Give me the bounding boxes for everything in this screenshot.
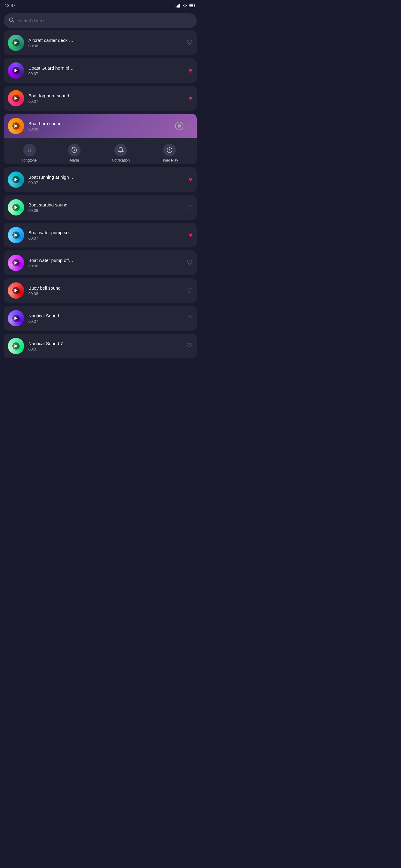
sound-info: Nautical Sound00:07 (28, 313, 182, 324)
sound-info: Buoy bell sound00:08 (28, 285, 182, 296)
play-button[interactable] (12, 287, 20, 294)
search-bar[interactable] (4, 13, 197, 28)
album-art (8, 62, 24, 79)
album-art (8, 310, 24, 327)
album-art (8, 338, 24, 354)
favorite-button[interactable]: ♥ (189, 231, 193, 239)
control-alarm[interactable]: Alarm (68, 144, 81, 162)
sound-item[interactable]: Nautical Sound00:07♡ (4, 306, 197, 331)
svg-rect-1 (177, 5, 178, 7)
favorite-button[interactable]: ♡ (187, 342, 193, 350)
sound-item[interactable]: Buoy bell sound00:08♡ (4, 278, 197, 303)
search-icon (8, 17, 15, 24)
svg-rect-5 (195, 5, 196, 6)
favorite-button[interactable]: ♡ (187, 287, 193, 294)
sound-name: Nautical Sound 7 (28, 341, 182, 346)
album-art (8, 255, 24, 271)
svg-marker-10 (15, 69, 18, 72)
sound-name: Nautical Sound (28, 313, 182, 318)
sound-duration: 00:09 (28, 127, 171, 131)
play-button[interactable] (12, 204, 20, 211)
battery-icon (189, 3, 196, 7)
sound-duration: 00:07 (28, 71, 184, 76)
sound-item[interactable]: Aircraft carrier deck …00:08♡ (4, 30, 197, 55)
status-icons (176, 3, 196, 7)
play-button[interactable] (12, 176, 20, 183)
wifi-icon (182, 3, 188, 7)
svg-marker-20 (15, 316, 18, 320)
status-time: 12:47 (5, 3, 16, 8)
svg-marker-17 (15, 233, 18, 237)
sound-name: Buoy bell sound (28, 285, 182, 290)
album-art (8, 172, 24, 188)
sound-name: Aircraft carrier deck … (28, 38, 182, 43)
sound-info: Boat water pump so…00:07 (28, 230, 184, 241)
playing-card: Boat horn sound00:09♡RingtoneAlarmNotifi… (4, 114, 197, 164)
sound-item[interactable]: Boat water pump so…00:07♥ (4, 223, 197, 247)
svg-marker-21 (15, 344, 18, 348)
sound-duration: 00:0… (28, 347, 182, 351)
favorite-button[interactable]: ♡ (187, 39, 193, 47)
sound-name: Boat water pump off… (28, 258, 182, 263)
play-button[interactable] (12, 39, 20, 46)
svg-rect-3 (179, 4, 180, 7)
ringtone-icon (23, 144, 36, 156)
sound-item[interactable]: Boat running at high …00:07♥ (4, 167, 197, 192)
favorite-button[interactable]: ♡ (187, 314, 193, 322)
favorite-button[interactable]: ♡ (187, 204, 193, 211)
control-timer-play[interactable]: Timer Play (161, 144, 178, 162)
sound-info: Boat running at high …00:07 (28, 175, 184, 185)
sound-info: Boat starting sound00:06 (28, 202, 182, 213)
control-notification[interactable]: Notification (112, 144, 130, 162)
alarm-icon (68, 144, 81, 156)
svg-rect-0 (176, 6, 176, 7)
control-ringtone[interactable]: Ringtone (22, 144, 37, 162)
sound-name: Boat water pump so… (28, 230, 184, 235)
svg-rect-6 (190, 4, 193, 7)
play-button[interactable] (12, 342, 20, 350)
sound-info: Coast Guard horn bl…00:07 (28, 65, 184, 76)
album-art (8, 227, 24, 243)
sound-item[interactable]: Nautical Sound 700:0…♡ (4, 334, 197, 358)
favorite-button[interactable]: ♡ (187, 259, 193, 267)
svg-marker-16 (15, 206, 18, 209)
sound-name: Boat horn sound (28, 121, 171, 126)
play-button[interactable] (12, 231, 20, 239)
favorite-button[interactable]: ♥ (189, 94, 193, 102)
album-art (8, 118, 24, 134)
play-button[interactable] (12, 67, 20, 74)
svg-rect-2 (178, 4, 179, 7)
play-button[interactable] (12, 95, 20, 102)
sound-duration: 00:07 (28, 236, 184, 241)
sound-name: Coast Guard horn bl… (28, 65, 184, 70)
action-icons: ♡ (175, 122, 193, 130)
sound-item[interactable]: Boat water pump off…00:06♡ (4, 250, 197, 275)
timer-play-label: Timer Play (161, 158, 178, 162)
svg-marker-9 (15, 41, 18, 44)
play-button[interactable] (12, 315, 20, 322)
search-input[interactable] (18, 18, 192, 24)
sound-duration: 00:08 (28, 291, 182, 296)
sound-item[interactable]: Boat starting sound00:06♡ (4, 195, 197, 220)
player-controls: RingtoneAlarmNotificationTimer Play (4, 138, 197, 164)
favorite-button[interactable]: ♥ (189, 176, 193, 184)
play-button[interactable] (12, 122, 20, 130)
sound-name: Boat starting sound (28, 202, 182, 207)
play-button[interactable] (12, 259, 20, 267)
status-bar: 12:47 (0, 0, 200, 11)
timer-play-icon (163, 144, 176, 156)
sound-duration: 00:06 (28, 208, 182, 213)
sound-item[interactable]: Boat fog horn sound00:07♥ (4, 86, 197, 111)
sound-duration: 00:06 (28, 264, 182, 268)
sound-duration: 00:07 (28, 99, 184, 104)
stop-button[interactable] (175, 122, 183, 130)
favorite-button[interactable]: ♡ (187, 122, 193, 130)
svg-line-8 (13, 21, 14, 23)
signal-icon (176, 3, 181, 7)
favorite-button[interactable]: ♥ (189, 67, 193, 74)
active-sound-row[interactable]: Boat horn sound00:09♡ (4, 114, 197, 138)
sound-item[interactable]: Coast Guard horn bl…00:07♥ (4, 58, 197, 83)
sound-info: Boat water pump off…00:06 (28, 258, 182, 268)
notification-icon (114, 144, 127, 156)
svg-marker-11 (15, 96, 18, 100)
